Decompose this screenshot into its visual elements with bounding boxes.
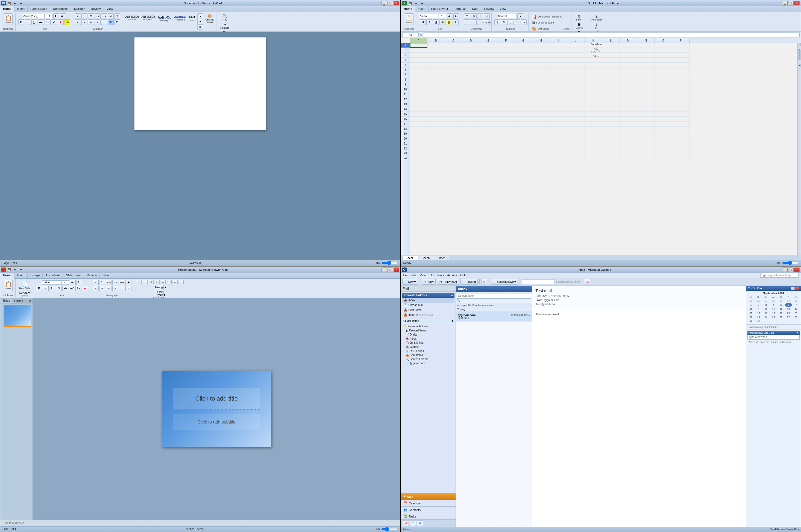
excel-sheet1-tab[interactable]: Sheet1: [402, 256, 418, 260]
cell-K13[interactable]: [585, 102, 602, 107]
cell-B2[interactable]: [427, 48, 445, 53]
cell-I12[interactable]: [550, 97, 567, 102]
cell-E15[interactable]: [480, 112, 497, 117]
cell-styles-btn[interactable]: 🎨 Cell Styles: [531, 26, 563, 32]
word-tab-mailings[interactable]: Mailings: [71, 6, 88, 12]
cal-day-6-today[interactable]: 6: [785, 303, 792, 307]
cell-G2[interactable]: [515, 48, 532, 53]
align-center-btn[interactable]: ≡: [81, 19, 88, 25]
col-header-B[interactable]: B: [427, 38, 445, 43]
cell-D14[interactable]: [462, 107, 480, 112]
cell-G1[interactable]: [515, 43, 532, 48]
cell-C1[interactable]: [445, 43, 462, 48]
search-btn[interactable]: 🔍: [457, 299, 460, 302]
cell-K21[interactable]: [585, 141, 602, 146]
cell-N11[interactable]: [637, 92, 655, 97]
row-header-24[interactable]: 24: [401, 156, 409, 161]
cell-M12[interactable]: [620, 97, 637, 102]
cell-C23[interactable]: [445, 151, 462, 156]
cell-O14[interactable]: [655, 107, 672, 112]
cell-B3[interactable]: [427, 53, 445, 58]
cell-D4[interactable]: [462, 58, 480, 62]
cell-C17[interactable]: [445, 121, 462, 127]
todo-task-input[interactable]: [747, 335, 800, 340]
cell-K3[interactable]: [585, 53, 602, 58]
excel-name-box[interactable]: [402, 33, 419, 37]
cell-L10[interactable]: [602, 87, 620, 92]
cell-O24[interactable]: [655, 156, 672, 161]
col-header-K[interactable]: K: [585, 38, 602, 43]
cell-D19[interactable]: [462, 131, 480, 136]
excel-font-size[interactable]: [439, 14, 446, 18]
underline-btn[interactable]: U: [32, 19, 37, 25]
ppt-tab-review[interactable]: Review: [84, 273, 100, 279]
cell-F22[interactable]: [497, 146, 515, 151]
ppt-maximize-btn[interactable]: □: [387, 267, 393, 272]
cal-day-14[interactable]: 14: [793, 307, 800, 311]
ppt-italic[interactable]: I: [43, 286, 49, 291]
cell-P17[interactable]: [672, 121, 690, 127]
close-btn[interactable]: ✕: [394, 1, 399, 5]
cell-D13[interactable]: [462, 102, 480, 107]
cell-I10[interactable]: [550, 87, 567, 92]
cell-J20[interactable]: [567, 136, 585, 141]
cell-I7[interactable]: [550, 72, 567, 77]
row-header-11[interactable]: 11: [401, 92, 409, 97]
cell-I1[interactable]: [550, 43, 567, 48]
excel-center-align[interactable]: ≡: [471, 19, 477, 25]
cell-L2[interactable]: [602, 48, 620, 53]
cell-A23[interactable]: [410, 151, 427, 156]
cell-L18[interactable]: [602, 127, 620, 131]
cell-O22[interactable]: [655, 146, 672, 151]
cell-P5[interactable]: [672, 62, 690, 68]
cell-L16[interactable]: [602, 117, 620, 121]
cell-D24[interactable]: [462, 156, 480, 161]
cell-A6[interactable]: [410, 68, 427, 72]
cell-J11[interactable]: [567, 92, 585, 97]
send-receive-btn[interactable]: 📨 Send/Receive▼: [491, 279, 518, 285]
excel-tab-insert[interactable]: Insert: [415, 6, 428, 12]
excel-delete-btn[interactable]: ⊖ Delete: [574, 22, 584, 30]
cell-G21[interactable]: [515, 141, 532, 146]
ppt-slide-1-thumb[interactable]: [3, 305, 32, 327]
cell-P12[interactable]: [672, 97, 690, 102]
ppt-decrease-indent[interactable]: ←≡: [106, 280, 112, 285]
cell-J22[interactable]: [567, 146, 585, 151]
undo-quick-btn[interactable]: ↩: [13, 1, 18, 5]
shape-arrow[interactable]: →: [142, 280, 148, 284]
cell-A17[interactable]: [410, 121, 427, 127]
cal-day-21[interactable]: 21: [793, 311, 800, 315]
cell-M22[interactable]: [620, 146, 637, 151]
save-quick-btn[interactable]: 💾: [7, 1, 12, 5]
cell-F1[interactable]: [497, 43, 515, 48]
cell-F3[interactable]: [497, 53, 515, 58]
cal-day-27[interactable]: 27: [785, 315, 792, 319]
ppt-tab-slideshow[interactable]: Slide Show: [63, 273, 84, 279]
todo-minimize-btn[interactable]: _: [791, 287, 795, 290]
excel-underline[interactable]: U: [433, 19, 439, 25]
cell-L19[interactable]: [602, 131, 620, 136]
shape-triangle[interactable]: △: [160, 280, 166, 284]
cell-K1[interactable]: [585, 43, 602, 48]
cell-P4[interactable]: [672, 58, 690, 62]
cell-G23[interactable]: [515, 151, 532, 156]
cell-F10[interactable]: [497, 87, 515, 92]
cell-E17[interactable]: [480, 121, 497, 127]
cell-H6[interactable]: [532, 68, 550, 72]
style-heading1[interactable]: AaBbCc Heading 1: [156, 15, 172, 23]
nav-mail-btn[interactable]: ✉ Mail: [401, 493, 456, 500]
cell-O13[interactable]: [655, 102, 672, 107]
excel-redo-btn[interactable]: ↪: [419, 1, 424, 5]
cell-B11[interactable]: [427, 92, 445, 97]
cell-K14[interactable]: [585, 107, 602, 112]
reply-all-btn[interactable]: ↩↩ Reply to All: [437, 279, 459, 285]
cell-E16[interactable]: [480, 117, 497, 121]
cell-P14[interactable]: [672, 107, 690, 112]
font-name-input[interactable]: [23, 14, 44, 18]
cell-O21[interactable]: [655, 141, 672, 146]
cell-A18[interactable]: [410, 127, 427, 131]
excel-border[interactable]: ⊞: [439, 19, 445, 25]
nav-personal-folders[interactable]: 📁 Personal Folders: [402, 324, 455, 328]
cell-B23[interactable]: [427, 151, 445, 156]
cell-I20[interactable]: [550, 136, 567, 141]
